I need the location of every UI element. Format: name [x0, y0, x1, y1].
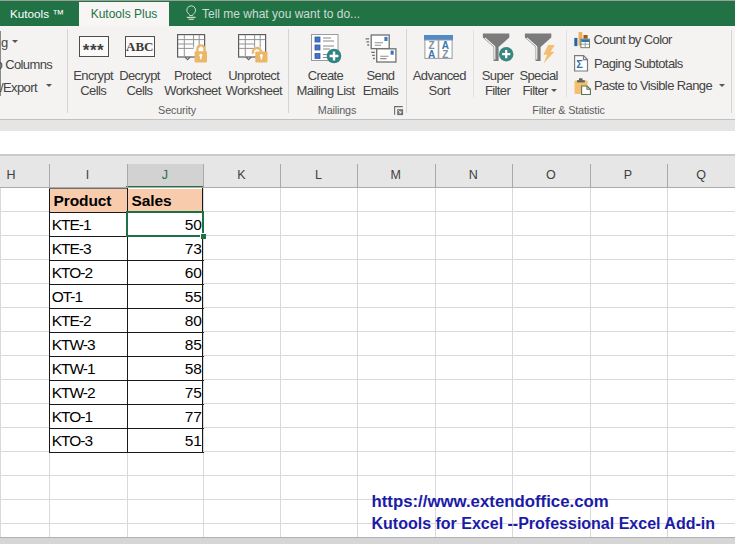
svg-text:Z: Z — [442, 49, 448, 60]
svg-text:Σ: Σ — [576, 58, 583, 70]
svg-text:A: A — [428, 49, 435, 60]
